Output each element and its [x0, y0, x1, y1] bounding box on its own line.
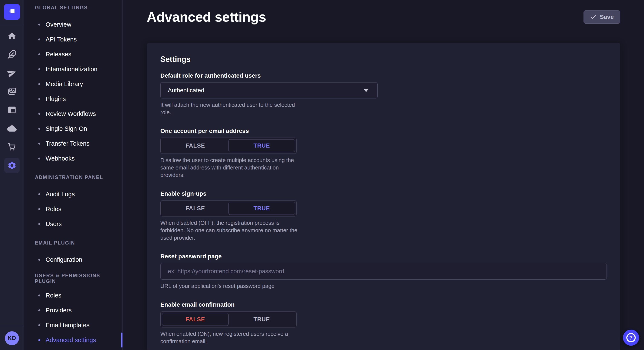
subnav-item-plugins[interactable]: Plugins [24, 91, 122, 106]
bullet-icon [38, 53, 40, 55]
field-hint: Disallow the user to create multiple acc… [160, 157, 302, 179]
subnav-item-up-roles[interactable]: Roles [24, 288, 122, 303]
bullet-icon [38, 128, 40, 130]
one-account-toggle: FALSE TRUE [160, 138, 297, 154]
field-reset-password-page: Reset password page URL of your applicat… [160, 253, 607, 290]
reset-password-input[interactable] [160, 263, 607, 280]
field-hint: It will attach the new authenticated use… [160, 101, 302, 116]
rail-footer: KD [0, 326, 24, 350]
subnav-section-administration-panel: ADMINISTRATION PANEL Audit Logs Roles Us… [24, 173, 122, 231]
subnav-item-api-tokens[interactable]: API Tokens [24, 32, 122, 47]
bullet-icon [38, 83, 40, 85]
field-label: Default role for authenticated users [160, 72, 607, 79]
save-button[interactable]: Save [584, 10, 620, 24]
subnav-item-webhooks[interactable]: Webhooks [24, 151, 122, 166]
save-button-label: Save [600, 14, 614, 20]
rail-spacer [0, 176, 24, 326]
subnav-item-single-sign-on[interactable]: Single Sign-On [24, 121, 122, 136]
strapi-logo-icon[interactable] [4, 4, 20, 20]
toggle-option-true[interactable]: TRUE [228, 313, 295, 326]
strapi-glyph [7, 7, 16, 16]
bullet-icon [38, 309, 40, 311]
subnav-section-global-settings: GLOBAL SETTINGS Overview API Tokens Rele… [24, 3, 122, 166]
chevron-down-icon [363, 89, 369, 92]
subnav-item-audit-logs[interactable]: Audit Logs [24, 187, 122, 201]
marketplace-cart-icon[interactable] [4, 139, 20, 155]
bullet-icon [38, 295, 40, 296]
content-manager-layout-icon[interactable] [4, 102, 20, 118]
help-button[interactable]: ? [623, 330, 639, 346]
rail-icon-list [0, 24, 24, 176]
subnav-item-advanced-settings[interactable]: Advanced settings [24, 333, 122, 348]
bullet-icon [38, 158, 40, 160]
subnav-item-review-workflows[interactable]: Review Workflows [24, 106, 122, 121]
toggle-option-false[interactable]: FALSE [162, 139, 228, 152]
bullet-icon [38, 38, 40, 40]
toggle-option-false[interactable]: FALSE [162, 202, 228, 215]
field-label: Enable email confirmation [160, 301, 607, 308]
bullet-icon [38, 193, 40, 195]
field-one-account-per-email: One account per email address FALSE TRUE… [160, 128, 607, 179]
bullet-icon [38, 324, 40, 326]
field-hint: When enabled (ON), new registered users … [160, 330, 302, 345]
check-icon [590, 14, 596, 20]
field-label: Reset password page [160, 253, 607, 260]
settings-panel: Settings Default role for authenticated … [147, 43, 620, 350]
page-title: Advanced settings [147, 9, 266, 25]
question-mark-icon: ? [626, 333, 636, 342]
section-header: GLOBAL SETTINGS [24, 3, 122, 12]
panel-title: Settings [160, 55, 607, 64]
subnav-item-releases[interactable]: Releases [24, 47, 122, 62]
field-default-role: Default role for authenticated users Aut… [160, 72, 607, 116]
subnav-item-media-library[interactable]: Media Library [24, 77, 122, 91]
settings-gear-icon[interactable] [4, 158, 20, 173]
field-hint: URL of your application's reset password… [160, 282, 607, 290]
bullet-icon [38, 113, 40, 115]
subnav-item-transfer-tokens[interactable]: Transfer Tokens [24, 136, 122, 151]
bullet-icon [38, 98, 40, 100]
email-confirmation-toggle: FALSE TRUE [160, 311, 297, 328]
select-value: Authenticated [168, 87, 204, 94]
field-enable-email-confirmation: Enable email confirmation FALSE TRUE Whe… [160, 301, 607, 345]
subnav-section-email-plugin: EMAIL PLUGIN Configuration [24, 238, 122, 267]
media-library-images-icon[interactable] [4, 84, 20, 99]
section-header: EMAIL PLUGIN [24, 238, 122, 247]
subnav-item-providers[interactable]: Providers [24, 303, 122, 318]
section-header: USERS & PERMISSIONS PLUGIN [24, 274, 122, 283]
settings-subnav: GLOBAL SETTINGS Overview API Tokens Rele… [24, 0, 123, 350]
user-avatar[interactable]: KD [5, 331, 19, 345]
subnav-section-users-permissions-plugin: USERS & PERMISSIONS PLUGIN Roles Provide… [24, 274, 122, 348]
field-label: One account per email address [160, 128, 607, 134]
subnav-item-admin-users[interactable]: Users [24, 216, 122, 231]
toggle-option-true[interactable]: TRUE [228, 139, 295, 152]
field-enable-sign-ups: Enable sign-ups FALSE TRUE When disabled… [160, 190, 607, 242]
bullet-icon [38, 68, 40, 70]
subnav-item-admin-roles[interactable]: Roles [24, 201, 122, 216]
toggle-option-false[interactable]: FALSE [162, 313, 228, 326]
bullet-icon [38, 24, 40, 25]
section-header: ADMINISTRATION PANEL [24, 173, 122, 182]
bullet-icon [38, 259, 40, 261]
field-hint: When disabled (OFF), the registration pr… [160, 219, 302, 242]
bullet-icon [38, 339, 40, 341]
bullet-icon [38, 208, 40, 210]
page-header: Advanced settings Save [123, 0, 644, 25]
cloud-icon[interactable] [4, 121, 20, 136]
subnav-item-internationalization[interactable]: Internationalization [24, 62, 122, 77]
logo-container [0, 0, 24, 24]
subnav-item-overview[interactable]: Overview [24, 17, 122, 32]
main-content: Advanced settings Save Settings Default … [123, 0, 644, 350]
home-icon[interactable] [4, 28, 20, 44]
field-label: Enable sign-ups [160, 190, 607, 197]
bullet-icon [38, 223, 40, 225]
default-role-select[interactable]: Authenticated [160, 82, 378, 98]
main-nav-rail: KD [0, 0, 24, 350]
subnav-item-email-templates[interactable]: Email templates [24, 318, 122, 333]
content-type-builder-feather-icon[interactable] [4, 47, 20, 62]
subnav-item-email-configuration[interactable]: Configuration [24, 252, 122, 267]
sign-ups-toggle: FALSE TRUE [160, 200, 297, 216]
deploy-paper-plane-icon[interactable] [4, 65, 20, 81]
app-window: KD GLOBAL SETTINGS Overview API Tokens R… [0, 0, 644, 350]
bullet-icon [38, 143, 40, 145]
toggle-option-true[interactable]: TRUE [228, 202, 295, 215]
